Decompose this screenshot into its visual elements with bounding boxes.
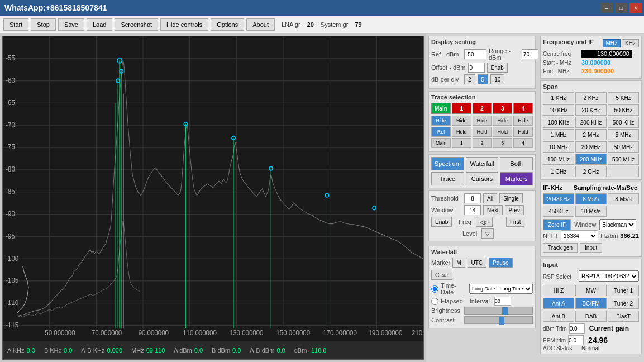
interval-input[interactable] [494,297,511,306]
cursors-button[interactable]: Cursors [466,172,499,185]
main-cell-1[interactable]: 1 [452,138,471,148]
offset-input[interactable] [468,63,485,73]
span-50mhz[interactable]: 50 MHz [608,141,639,153]
track-gen-button[interactable]: Track gen [543,243,578,253]
span-10mhz[interactable]: 10 MHz [543,141,574,153]
trace-4-button[interactable]: 4 [513,103,533,114]
nfft-select[interactable]: 16384 [561,230,598,241]
ant-b-button[interactable]: Ant B [543,311,574,322]
db2-button[interactable]: 2 [464,74,475,84]
trace-1-button[interactable]: 1 [452,103,471,114]
centre-value[interactable]: 130.000000 [581,50,632,58]
span-500mhz[interactable]: 500 MHz [608,154,639,165]
hide-cell-2[interactable]: Hide [473,116,492,126]
range-input[interactable] [522,49,538,59]
contrast-thumb[interactable] [499,317,504,325]
zero-if-button[interactable]: Zero IF [543,219,571,230]
freq-icon-button[interactable]: ◁▷ [476,217,493,227]
input-btn[interactable]: Input [580,243,602,253]
load-button[interactable]: Load [87,18,112,31]
sampling-8ms-button[interactable]: 8 Ms/s [608,193,639,204]
span-20mhz[interactable]: 20 MHz [575,141,607,153]
time-date-radio[interactable] [431,285,438,293]
db5-button[interactable]: 5 [478,74,489,84]
threshold-input[interactable] [464,193,481,203]
time-date-select[interactable]: Long Date - Long Time [469,284,533,294]
dab-button[interactable]: DAB [575,311,607,322]
bcfm-button[interactable]: BC/FM [575,298,607,309]
spectrum-canvas[interactable]: -55 -60 -65 -70 -75 -80 -85 -90 -95 -100… [3,36,423,341]
trace-main-button[interactable]: Main [431,103,451,114]
span-10khz[interactable]: 10 KHz [543,104,574,116]
threshold-enab-button[interactable]: Enab [431,217,452,227]
both-button[interactable]: Both [500,157,533,170]
threshold-all-button[interactable]: All [483,193,497,203]
end-value[interactable]: 230.000000 [581,68,614,74]
hide-controls-button[interactable]: Hide controls [160,18,208,31]
rel-cell-0[interactable]: Rel [431,127,451,137]
options-button[interactable]: Options [211,18,244,31]
window-input[interactable] [464,205,481,215]
rel-cell-4[interactable]: Hold [513,127,533,137]
biast-button[interactable]: BiasT [608,311,639,322]
trace-2-button[interactable]: 2 [473,103,492,114]
main-cell-0[interactable]: Main [431,138,451,148]
mhz-button[interactable]: MHz [603,39,621,47]
brightness-track[interactable] [464,307,533,315]
spectrum-button[interactable]: Spectrum [431,157,464,170]
ref-input[interactable] [464,49,486,59]
save-button[interactable]: Save [58,18,84,31]
level-icon-button[interactable]: ▽ [481,228,494,239]
hide-cell-0[interactable]: Hide [431,116,451,126]
span-2khz[interactable]: 2 KHz [575,92,607,103]
maximize-button[interactable]: □ [615,3,627,13]
window-select[interactable]: Blackman [599,219,636,230]
span-20khz[interactable]: 20 KHz [575,104,607,116]
if-2048-button[interactable]: 2048KHz [543,193,574,204]
ppm-trim-input[interactable] [568,335,584,345]
rsp-select[interactable]: RSP1A - 1804063295 [579,270,639,282]
span-50khz[interactable]: 50 KHz [608,104,639,116]
rel-cell-1[interactable]: Hold [452,127,471,137]
mw-button[interactable]: MW [575,285,607,296]
span-1ghz[interactable]: 1 GHz [543,166,574,177]
span-2ghz[interactable]: 2 GHz [575,166,607,177]
waterfall-mode-button[interactable]: Waterfall [466,157,499,170]
span-1mhz[interactable]: 1 MHz [543,129,574,140]
khz-button[interactable]: KHz [622,39,639,47]
span-1khz[interactable]: 1 KHz [543,92,574,103]
tuner1-button[interactable]: Tuner 1 [608,285,639,296]
span-500khz[interactable]: 500 KHz [608,117,639,128]
span-200mhz[interactable]: 200 MHz [575,154,607,165]
sampling-10ms-button[interactable]: 10 Ms/s [575,206,607,217]
trace-3-button[interactable]: 3 [493,103,512,114]
clear-button[interactable]: Clear [431,270,452,280]
start-button[interactable]: Start [3,18,28,31]
about-button[interactable]: About [246,18,275,31]
if-450-button[interactable]: 450KHz [543,206,574,217]
main-cell-2[interactable]: 2 [473,138,492,148]
sampling-6ms-button[interactable]: 6 Ms/s [575,193,607,204]
start-value[interactable]: 30.000000 [581,59,610,66]
hi-z-button[interactable]: Hi Z [543,285,574,296]
marker-m-button[interactable]: M [452,258,465,268]
dbm-trim-input[interactable] [569,323,585,334]
span-2mhz[interactable]: 2 MHz [575,129,607,140]
hide-cell-1[interactable]: Hide [452,116,471,126]
threshold-single-button[interactable]: Single [499,193,523,203]
hide-cell-4[interactable]: Hide [513,116,533,126]
rel-cell-3[interactable]: Hold [493,127,512,137]
span-200khz[interactable]: 200 KHz [575,117,607,128]
screenshot-button[interactable]: Screenshot [115,18,158,31]
close-button[interactable]: × [629,3,642,13]
first-button[interactable]: First [506,217,524,227]
ant-a-button[interactable]: Ant A [543,298,574,309]
contrast-track[interactable] [464,316,533,324]
enab-button[interactable]: Enab [487,63,508,73]
utc-button[interactable]: UTC [468,258,487,268]
markers-button[interactable]: Markers [500,172,533,185]
brightness-thumb[interactable] [502,307,508,315]
prev-button[interactable]: Prev [505,205,524,215]
main-cell-4[interactable]: 4 [513,138,533,148]
pause-button[interactable]: Pause [489,258,512,268]
